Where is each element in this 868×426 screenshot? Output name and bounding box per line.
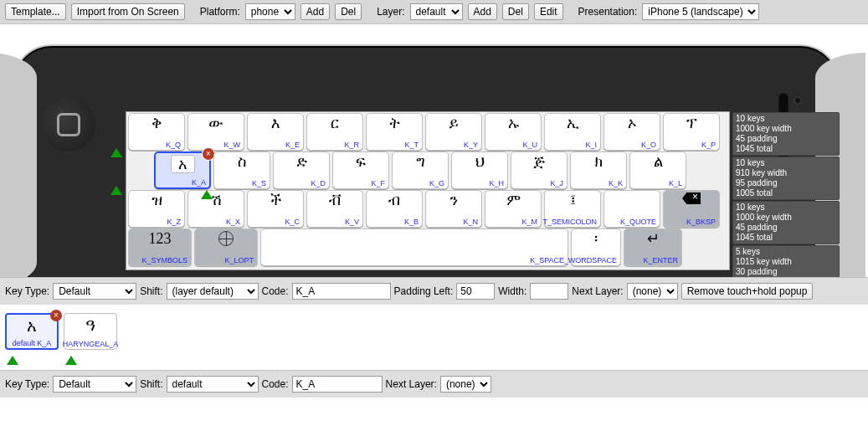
shift-label: Shift: xyxy=(140,378,162,390)
width-input[interactable] xyxy=(530,283,568,300)
layer-add-button[interactable]: Add xyxy=(468,3,497,20)
key-code-label: K_L xyxy=(669,179,684,187)
insert-handle-icon[interactable] xyxy=(201,190,213,199)
key-k_j[interactable]: ጅK_J xyxy=(511,151,568,189)
key-k_a[interactable]: ×አK_A xyxy=(154,151,211,189)
key-code-label: K_O xyxy=(641,141,658,149)
layer-edit-button[interactable]: Edit xyxy=(534,3,563,20)
width-label: Width: xyxy=(498,285,526,297)
key-k_bksp[interactable]: K_BKSP xyxy=(663,190,720,228)
globe-icon xyxy=(218,231,234,246)
shift-select[interactable]: default xyxy=(167,376,259,393)
key-k_lopt[interactable]: K_LOPT xyxy=(194,228,258,266)
key-code-label: K_C xyxy=(285,218,301,226)
template-button[interactable]: Template... xyxy=(5,3,66,20)
key-k_w[interactable]: ውK_W xyxy=(187,113,244,151)
layer-del-button[interactable]: Del xyxy=(502,3,529,20)
insert-handle-icon[interactable] xyxy=(110,148,122,157)
key-k_x[interactable]: ሽK_X xyxy=(187,190,244,228)
key-k_h[interactable]: ህK_H xyxy=(451,151,508,189)
key-k_q[interactable]: ቅK_Q xyxy=(128,113,185,151)
phone-camera xyxy=(794,96,802,105)
insert-handle-icon[interactable] xyxy=(7,356,18,365)
key-k_symbols[interactable]: 123K_SYMBOLS xyxy=(128,228,192,266)
shift-select[interactable]: (layer default) xyxy=(167,283,259,300)
touch-hold-popup-area: ×አdefault K_AዓHARYNGEAL_A xyxy=(0,305,868,370)
key-k_n[interactable]: ንK_N xyxy=(425,190,482,228)
key-k_t[interactable]: ትK_T xyxy=(366,113,423,151)
key-code-label: K_Q xyxy=(166,141,182,149)
key-k_p[interactable]: ፕK_P xyxy=(663,113,720,151)
key-k_f[interactable]: ፍK_F xyxy=(332,151,389,189)
key-k_o[interactable]: ኦK_O xyxy=(603,113,660,151)
key-code-label: K_P xyxy=(701,141,717,149)
import-button[interactable]: Import from On Screen xyxy=(71,3,185,20)
code-label: Code: xyxy=(262,378,289,390)
phone-bezel-left xyxy=(0,53,37,277)
code-input[interactable] xyxy=(292,376,383,393)
key-k_v[interactable]: ቭK_V xyxy=(306,190,363,228)
key-code-label: K_U xyxy=(522,141,539,149)
key-k_c[interactable]: ችK_C xyxy=(247,190,304,228)
platform-label: Platform: xyxy=(200,6,240,18)
key-code-label: K_T xyxy=(404,141,420,149)
remove-popup-button[interactable]: Remove touch+hold popup xyxy=(681,283,814,300)
key-k_i[interactable]: ኢK_I xyxy=(544,113,601,151)
key-k_s[interactable]: ስK_S xyxy=(213,151,270,189)
row-tooltip: 10 keys1000 key width45 padding1045 tota… xyxy=(732,201,840,244)
key-k_space[interactable]: K_SPACE xyxy=(260,228,568,266)
next-layer-select[interactable]: (none) xyxy=(627,283,678,300)
row-metrics: 10 keys1000 key width45 padding1045 tota… xyxy=(732,112,840,277)
keyboard-canvas[interactable]: ቅK_QውK_WእK_EርK_RትK_TይK_YኡK_UኢK_IኦK_OፕK_P… xyxy=(126,111,730,270)
key-k_m[interactable]: ምK_M xyxy=(485,190,542,228)
enter-icon: ↵ xyxy=(647,231,660,246)
next-layer-select[interactable]: (none) xyxy=(440,376,491,393)
key-t_semicolon[interactable]: ፤T_SEMICOLON xyxy=(544,190,601,228)
popup-key[interactable]: ×አdefault K_A xyxy=(5,313,59,350)
key-code-label: K_I xyxy=(585,141,598,149)
platform-select[interactable]: phone xyxy=(245,3,295,20)
key-code-label: K_V xyxy=(345,218,361,226)
top-toolbar: Template... Import from On Screen Platfo… xyxy=(0,0,868,24)
code-input[interactable] xyxy=(292,283,391,300)
key-k_enter[interactable]: ↵K_ENTER xyxy=(624,228,682,266)
key-k_y[interactable]: ይK_Y xyxy=(425,113,482,151)
key-code-label: default K_A xyxy=(13,339,52,347)
key-k_b[interactable]: ብK_B xyxy=(366,190,423,228)
presentation-select[interactable]: iPhone 5 (landscape) xyxy=(642,3,759,20)
layer-select[interactable]: default xyxy=(410,3,463,20)
key-type-select[interactable]: Default xyxy=(53,283,136,300)
key-k_e[interactable]: እK_E xyxy=(247,113,304,151)
key-k_r[interactable]: ርK_R xyxy=(306,113,363,151)
popup-key[interactable]: ዓHARYNGEAL_A xyxy=(64,313,117,350)
key-code-label: K_K xyxy=(609,179,624,187)
key-code-label: K_S xyxy=(252,179,268,187)
key-k_l[interactable]: ልK_L xyxy=(629,151,686,189)
key-code-label: K_A xyxy=(192,178,208,187)
key-_wordspace[interactable]: ፡_WORDSPACE xyxy=(571,228,621,266)
platform-del-button[interactable]: Del xyxy=(335,3,362,20)
insert-handle-icon[interactable] xyxy=(110,186,122,195)
key-code-label: K_X xyxy=(226,218,242,226)
key-code-label: K_J xyxy=(550,179,565,187)
key-code-label: K_SPACE xyxy=(530,256,566,264)
key-code-label: K_BKSP xyxy=(686,218,717,226)
backspace-icon xyxy=(682,192,701,204)
key-code-label: K_SYMBOLS xyxy=(141,256,189,264)
key-code-label: K_LOPT xyxy=(224,256,255,264)
close-icon[interactable]: × xyxy=(203,148,214,160)
key-k_g[interactable]: ግK_G xyxy=(392,151,449,189)
key-k_quote[interactable]: K_QUOTE xyxy=(603,190,660,228)
insert-handle-icon[interactable] xyxy=(65,356,77,365)
key-k_k[interactable]: ክK_K xyxy=(570,151,627,189)
key-k_z[interactable]: ዝK_Z xyxy=(128,190,185,228)
key-code-label: K_N xyxy=(463,218,480,226)
key-k_d[interactable]: ድK_D xyxy=(273,151,330,189)
key-type-select[interactable]: Default xyxy=(53,376,136,393)
platform-add-button[interactable]: Add xyxy=(300,3,330,20)
key-code-label: K_G xyxy=(429,179,446,187)
key-k_u[interactable]: ኡK_U xyxy=(485,113,542,151)
padding-left-input[interactable] xyxy=(456,283,495,300)
close-icon[interactable]: × xyxy=(50,310,62,321)
popup-key-editor-panel: Key Type: Default Shift: default Code: N… xyxy=(0,370,868,398)
